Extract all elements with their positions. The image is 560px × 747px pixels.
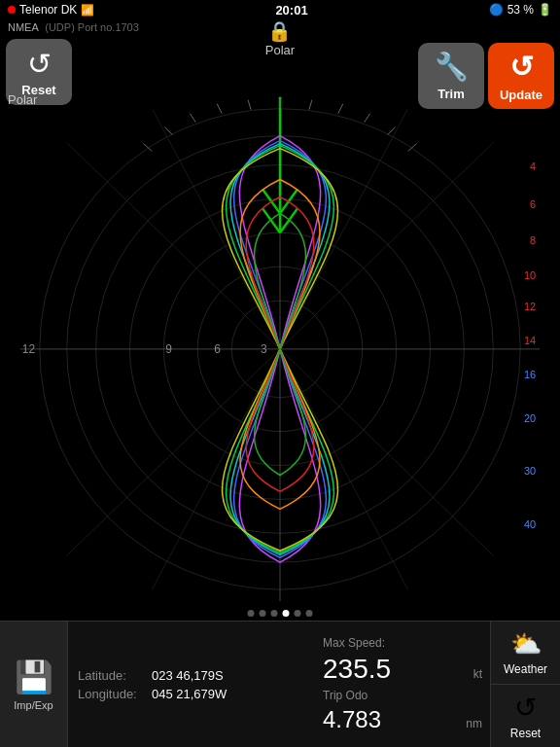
longitude-row: Longitude: 045 21,679W [78,687,305,701]
right-buttons: ⛅ Weather ↺ Reset [490,622,560,747]
trim-button[interactable]: 🔧 Trim [418,43,484,109]
trip-odo-value-row: 4.783 nm [323,706,482,733]
stats-area: Max Speed: 235.5 kt Trip Odo 4.783 nm [315,622,490,747]
latitude-row: Latitude: 023 46,179S [78,668,305,683]
update-button[interactable]: ↺ Update [488,43,554,109]
axis-label-3: 3 [261,342,267,356]
toolbar: 🔧 Trim ↺ Update [412,39,560,113]
svg-text:40: 40 [524,518,536,530]
trip-odo-value: 4.783 [323,706,381,733]
page-dot-4 [283,610,290,617]
reset-bottom-label: Reset [510,727,541,740]
svg-text:14: 14 [524,335,536,346]
coordinates-area: Latitude: 023 46,179S Longitude: 045 21,… [68,622,315,747]
polar-center-label: Polar [265,43,295,57]
nmea-detail: (UDP) Port no.1703 [45,21,139,33]
wrench-icon: 🔧 [435,51,469,83]
page-indicator [248,610,313,617]
signal-icon [8,6,16,14]
battery-icon: 🔋 [538,3,552,17]
update-icon: ↺ [509,50,534,84]
nmea-info-bar: NMEA (UDP) Port no.1703 [0,19,147,35]
max-speed-row: Max Speed: [323,636,482,650]
reset-button-bottom[interactable]: ↺ Reset [491,685,560,747]
impexp-button[interactable]: 💾 Imp/Exp [0,622,68,747]
axis-label-9: 9 [165,342,172,356]
save-icon: 💾 [15,658,53,695]
max-speed-label: Max Speed: [323,636,385,650]
reset-icon: ↺ [27,47,52,81]
longitude-label: Longitude: [78,687,146,701]
weather-button[interactable]: ⛅ Weather [491,622,560,685]
svg-text:4: 4 [530,160,536,172]
bluetooth-icon: 🔵 [489,3,504,17]
page-dot-1 [248,610,255,617]
page-dot-6 [306,610,313,617]
polar-label-topleft: Polar [8,92,37,107]
trip-odo-unit: nm [466,717,482,730]
svg-text:16: 16 [524,369,536,380]
bottom-area: 💾 Imp/Exp Latitude: 023 46,179S Longitud… [0,621,560,747]
carrier-name: Telenor DK [19,3,77,17]
latitude-label: Latitude: [78,668,146,683]
status-bar: Telenor DK 📶 20:01 🔵 53 % 🔋 [0,0,560,19]
weather-label: Weather [504,662,547,676]
svg-text:10: 10 [524,269,536,281]
latitude-value: 023 46,179S [152,668,224,683]
max-speed-value-row: 235.5 kt [323,654,482,685]
axis-label-6: 6 [214,342,221,356]
impexp-label: Imp/Exp [14,699,52,711]
page-dot-5 [295,610,301,617]
wifi-icon: 📶 [81,4,94,17]
page-dot-2 [260,610,266,617]
polar-lock-area: 🔒 Polar [265,19,295,57]
reset-bottom-icon: ↺ [514,692,537,724]
battery-text: 53 % [508,3,534,17]
svg-text:20: 20 [524,412,536,424]
trip-odo-row: Trip Odo [323,689,482,702]
page-dot-3 [271,610,278,617]
trim-label: Trim [438,87,464,101]
nmea-label: NMEA [8,21,38,33]
update-label: Update [500,88,542,102]
max-speed-unit: kt [473,667,482,681]
svg-text:12: 12 [524,301,536,312]
longitude-value: 045 21,679W [152,687,227,701]
status-time: 20:01 [275,3,307,18]
svg-text:6: 6 [530,198,536,210]
weather-icon: ⛅ [510,629,542,659]
svg-text:8: 8 [530,234,536,246]
lock-icon: 🔒 [267,19,292,43]
svg-text:30: 30 [524,465,536,477]
axis-label-12: 12 [22,342,36,356]
status-left: Telenor DK 📶 [8,3,94,17]
status-right: 🔵 53 % 🔋 [489,3,552,17]
max-speed-value: 235.5 [323,654,391,685]
trip-odo-label: Trip Odo [323,689,368,702]
